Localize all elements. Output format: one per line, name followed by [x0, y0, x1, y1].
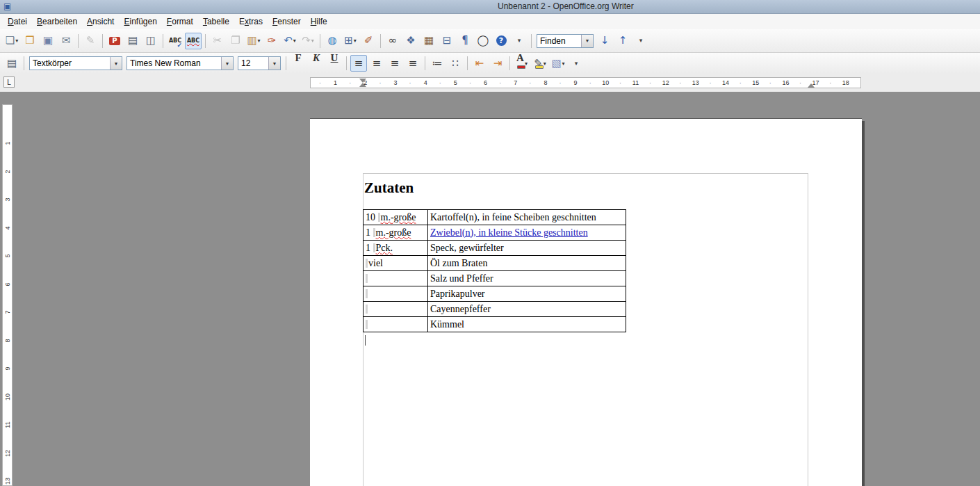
styles-window-button[interactable]: ▤: [3, 55, 20, 72]
justify-button[interactable]: ≡: [405, 55, 421, 72]
ingredient-cell[interactable]: Salz und Pfeffer: [428, 271, 626, 286]
find-text-combobox[interactable]: Finden▼: [537, 34, 594, 48]
menu-einfgen[interactable]: Einfügen: [119, 15, 161, 28]
open-document-button[interactable]: ❒: [22, 33, 38, 49]
nonprinting-characters-icon: ¶: [462, 35, 468, 46]
ingredient-cell[interactable]: Kümmel: [428, 317, 626, 332]
chevron-down-icon[interactable]: ▾: [15, 38, 18, 44]
insert-table-button[interactable]: ⊞▾: [342, 33, 359, 49]
nonprinting-characters-button[interactable]: ¶: [457, 33, 473, 49]
navigator-button[interactable]: ❖: [402, 33, 419, 49]
chevron-down-icon[interactable]: ▼: [268, 57, 280, 70]
format-paintbrush-button[interactable]: ✑: [263, 33, 280, 49]
undo-icon: ↶: [284, 35, 293, 46]
menu-extras[interactable]: Extras: [234, 15, 268, 28]
chevron-down-icon[interactable]: ▾: [544, 60, 546, 67]
amount-cell[interactable]: [364, 317, 428, 332]
ingredient-cell[interactable]: Paprikapulver: [428, 286, 626, 302]
amount-cell[interactable]: 1 m.-große: [364, 225, 428, 241]
redo-button: ↷▾: [300, 33, 316, 49]
menu-hilfe[interactable]: Hilfe: [306, 15, 332, 28]
chevron-down-icon[interactable]: ▾: [562, 60, 565, 67]
ingredient-cell[interactable]: Kartoffel(n), in feine Scheiben geschnit…: [428, 210, 626, 225]
hyperlink-button[interactable]: ◍: [324, 33, 341, 49]
auto-spellcheck-button[interactable]: ABC: [185, 33, 202, 49]
chevron-down-icon[interactable]: ▾: [293, 38, 296, 44]
spellcheck-button[interactable]: ABC✓: [167, 33, 183, 49]
background-color-button[interactable]: ▧▾: [550, 55, 566, 72]
menu-tabelle[interactable]: Tabelle: [198, 15, 234, 28]
toolbar-more-options-button[interactable]: ▾: [511, 33, 528, 49]
background-color-icon: ▧: [551, 58, 561, 69]
amount-cell[interactable]: 10 m.-große: [364, 210, 428, 225]
new-document-button[interactable]: ❏▾: [3, 33, 20, 49]
document-page[interactable]: Zutaten 10 m.-großeKartoffel(n), in fein…: [310, 118, 862, 486]
menu-fenster[interactable]: Fenster: [268, 15, 306, 28]
paragraph-mark: [378, 213, 380, 222]
paragraph-style-combobox[interactable]: Textkörper▼: [29, 56, 122, 70]
find-previous-button[interactable]: ↑: [614, 33, 631, 49]
menu-format[interactable]: Format: [162, 15, 198, 28]
tab-stop-selector[interactable]: L: [3, 76, 15, 88]
find-more-options-button[interactable]: ▾: [632, 33, 649, 49]
align-right-button[interactable]: ≡: [386, 55, 403, 72]
document-as-email-button[interactable]: ✉: [58, 33, 74, 49]
horizontal-ruler[interactable]: 123456789101112131415161718: [310, 77, 861, 88]
chevron-down-icon[interactable]: ▾: [354, 38, 357, 44]
numbered-list-button[interactable]: ≔: [429, 55, 446, 72]
bullet-list-button[interactable]: ∷: [447, 55, 464, 72]
underline-button[interactable]: U: [326, 55, 343, 72]
highlighting-button[interactable]: ✎▾: [532, 55, 548, 72]
increase-indent-icon: ⇥: [493, 58, 503, 69]
font-color-button[interactable]: A▾: [514, 55, 530, 72]
increase-indent-button[interactable]: ⇥: [489, 55, 506, 72]
ingredient-cell[interactable]: Speck, gewürfelter: [428, 241, 626, 256]
amount-cell[interactable]: 1 Pck.: [364, 241, 428, 256]
save-document-button[interactable]: ▣: [40, 33, 56, 49]
chevron-down-icon[interactable]: ▼: [221, 57, 233, 70]
text-frame[interactable]: Zutaten 10 m.-großeKartoffel(n), in fein…: [363, 173, 808, 486]
bold-button[interactable]: F: [290, 55, 307, 72]
find-replace-button[interactable]: ∞: [384, 33, 401, 49]
italic-button[interactable]: K: [308, 55, 325, 72]
gallery-button[interactable]: ▦: [420, 33, 437, 49]
ingredient-hyperlink[interactable]: Zwiebel(n), in kleine Stücke geschnitten: [430, 227, 588, 238]
font-name-combobox[interactable]: Times New Roman▼: [126, 56, 234, 70]
data-sources-button[interactable]: ⊟: [439, 33, 455, 49]
formatting-more-options-button[interactable]: ▾: [568, 55, 585, 72]
ruler-mark-16: 16: [771, 78, 801, 88]
paste-button[interactable]: ▥▾: [245, 33, 262, 49]
ingredient-cell[interactable]: Cayennepfeffer: [428, 302, 626, 317]
menu-datei[interactable]: Datei: [3, 15, 32, 28]
document-as-email-icon: ✉: [62, 35, 71, 46]
chevron-down-icon[interactable]: ▼: [110, 57, 122, 70]
align-center-button[interactable]: ≡: [368, 55, 385, 72]
ruler-mark-3: 3: [380, 78, 410, 88]
amount-cell[interactable]: [364, 286, 428, 302]
decrease-indent-button[interactable]: ⇤: [471, 55, 488, 72]
draw-functions-button[interactable]: ✐: [360, 33, 377, 49]
menu-bearbeiten[interactable]: Bearbeiten: [32, 15, 82, 28]
ingredient-cell[interactable]: Öl zum Braten: [428, 256, 626, 271]
ingredient-cell[interactable]: Zwiebel(n), in kleine Stücke geschnitten: [428, 225, 626, 241]
help-button[interactable]: ?: [493, 33, 509, 49]
find-next-button[interactable]: ↓: [596, 33, 613, 49]
zoom-button[interactable]: ◯: [475, 33, 491, 49]
align-left-button[interactable]: ≡: [350, 55, 367, 72]
export-pdf-button[interactable]: P: [106, 33, 123, 49]
insert-table-icon: ⊞: [344, 35, 353, 46]
toolbar-separator: [346, 56, 347, 70]
page-preview-button[interactable]: ◫: [142, 33, 159, 49]
print-file-button[interactable]: ▤: [124, 33, 141, 49]
amount-cell[interactable]: [364, 271, 428, 286]
amount-cell[interactable]: [364, 302, 428, 317]
menu-ansicht[interactable]: Ansicht: [82, 15, 119, 28]
font-size-combobox[interactable]: 12▼: [238, 56, 281, 70]
vertical-ruler[interactable]: 12345678910111213: [2, 104, 13, 486]
table-row: Kümmel: [364, 317, 626, 332]
chevron-down-icon[interactable]: ▼: [581, 35, 593, 47]
amount-cell[interactable]: viel: [364, 256, 428, 271]
chevron-down-icon[interactable]: ▾: [311, 38, 314, 44]
undo-button[interactable]: ↶▾: [281, 33, 298, 49]
chevron-down-icon[interactable]: ▾: [258, 38, 261, 44]
